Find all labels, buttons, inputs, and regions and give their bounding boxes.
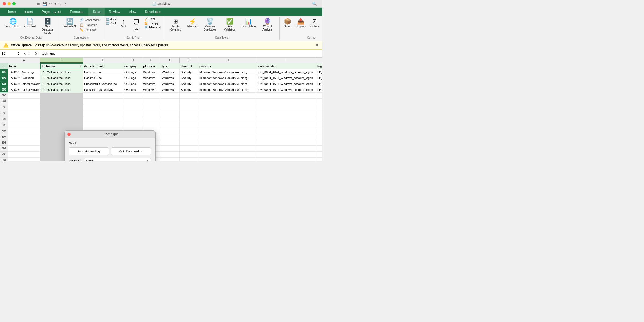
header-type[interactable]: type (161, 63, 180, 69)
cell-j-123[interactable]: LP_0004_windows_audit_logon (316, 81, 322, 87)
cell-b-105[interactable]: T1075: Pass the Hash (40, 69, 83, 75)
row-num-897[interactable]: 897 (0, 134, 8, 140)
tab-insert[interactable]: Insert (20, 8, 38, 16)
what-if-analysis-button[interactable]: 🔮 What-If Analysis (258, 17, 277, 32)
filter-button[interactable]: ⛉ Filter (130, 17, 143, 32)
cell-d-105[interactable]: OS Logs (123, 69, 142, 75)
flash-fill-button[interactable]: ⚡ Flash Fill (186, 17, 200, 29)
cell-b-853[interactable]: T1075: Pass the Hash (40, 87, 83, 93)
properties-button[interactable]: 📋 Properties (79, 23, 101, 27)
from-html-button[interactable]: 🌐 From HTML (4, 17, 22, 29)
cell-h-109[interactable]: Microsoft-Windows-Security-Auditing (198, 75, 257, 81)
row-num-893[interactable]: 893 (0, 110, 8, 116)
refresh-all-button[interactable]: 🔄 Refresh All (62, 17, 78, 29)
row-num-890[interactable]: 890 (0, 93, 8, 99)
from-text-button[interactable]: 📄 From Text (22, 17, 37, 29)
minimize-button[interactable] (8, 2, 11, 5)
edit-links-button[interactable]: ✏️ Edit Links (79, 28, 101, 32)
row-num-894[interactable]: 894 (0, 116, 8, 122)
advanced-button[interactable]: ⚙️ Advanced (143, 25, 161, 29)
cell-a-123[interactable]: TA0008: Lateral Movement (8, 81, 40, 87)
update-close-button[interactable]: ✕ (315, 43, 319, 48)
row-num-1[interactable]: 1 (0, 63, 8, 69)
row-num-109[interactable]: 109 (0, 75, 8, 81)
cell-d-123[interactable]: OS Logs (123, 81, 142, 87)
header-detection-rule[interactable]: detection_rule (83, 63, 123, 69)
popup-close-button[interactable] (67, 133, 71, 136)
col-header-A[interactable]: A (8, 58, 40, 63)
row-num-900[interactable]: 900 (0, 152, 8, 158)
cell-i-853[interactable]: DN_0004_4624_windows_account_logon (257, 87, 316, 93)
cell-h-853[interactable]: Microsoft-Windows-Security-Auditing (198, 87, 257, 93)
sidebar-toggle-icon[interactable]: ⊞ (37, 2, 40, 6)
consolidate-button[interactable]: 📊 Consolidate (240, 17, 257, 29)
tab-review[interactable]: Review (105, 8, 125, 16)
cell-c-105[interactable]: Hacktool Use (83, 69, 123, 75)
cell-d-109[interactable]: OS Logs (123, 75, 142, 81)
row-num-853[interactable]: 853 (0, 87, 8, 93)
confirm-formula-button[interactable]: ✓ (27, 51, 31, 56)
row-num-123[interactable]: 123 (0, 81, 8, 87)
cell-b-109[interactable]: T1075: Pass the Hash (40, 75, 83, 81)
cancel-formula-button[interactable]: ✕ (23, 51, 26, 56)
cell-j-853[interactable]: LP_0004_windows_audit_logon (316, 87, 322, 93)
header-category[interactable]: category (123, 63, 142, 69)
remove-duplicates-button[interactable]: 🗑️ Remove Duplicates (200, 17, 220, 32)
customize-icon[interactable]: ⊿ (64, 2, 67, 6)
header-tactic[interactable]: tactic (8, 63, 40, 69)
cell-i-109[interactable]: DN_0004_4624_windows_account_logon (257, 75, 316, 81)
cell-g-105[interactable]: Security (180, 69, 198, 75)
cell-c-109[interactable]: Hacktool Use (83, 75, 123, 81)
search-button[interactable]: 🔍 (312, 2, 319, 6)
row-num-901[interactable]: 901 (0, 158, 8, 161)
sort-color-dropdown[interactable]: None ⌃ (84, 158, 151, 161)
cell-a-853[interactable]: TA0008: Lateral Movement (8, 87, 40, 93)
cell-h-105[interactable]: Microsoft-Windows-Security-Auditing (198, 69, 257, 75)
cell-e-123[interactable]: Windows (142, 81, 161, 87)
cell-e-105[interactable]: Windows (142, 69, 161, 75)
ascending-sort-button[interactable]: A↓Z Ascending (69, 147, 109, 155)
cell-c-123[interactable]: Successful Overpass the (83, 81, 123, 87)
row-num-899[interactable]: 899 (0, 146, 8, 152)
maximize-button[interactable] (12, 2, 16, 5)
header-logging-policy[interactable]: logging policy (316, 63, 322, 69)
sort-za-button[interactable]: 🔤 Z→A (105, 21, 117, 25)
cell-a-105[interactable]: TA0007: Discovery (8, 69, 40, 75)
col-header-H[interactable]: H (198, 58, 257, 63)
cell-j-109[interactable]: LP_0004_windows_audit_logon (316, 75, 322, 81)
cell-c-853[interactable]: Pass the Hash Activity (83, 87, 123, 93)
undo-icon[interactable]: ↩ (49, 2, 52, 6)
header-platform[interactable]: platform (142, 63, 161, 69)
tab-formulas[interactable]: Formulas (65, 8, 88, 16)
redo-icon[interactable]: ↪ (58, 2, 62, 6)
cell-e-853[interactable]: Windows (142, 87, 161, 93)
clear-button[interactable]: 🧹 Clear (143, 17, 161, 21)
undo-dropdown-icon[interactable]: ▾ (54, 2, 56, 6)
cell-f-105[interactable]: Windows I (161, 69, 180, 75)
descending-sort-button[interactable]: Z↓A Descending (111, 147, 151, 155)
sort-button[interactable]: ↕️ Sort (118, 17, 129, 29)
formula-content[interactable]: technique (39, 52, 322, 55)
cell-f-109[interactable]: Windows I (161, 75, 180, 81)
row-num-898[interactable]: 898 (0, 140, 8, 146)
tab-view[interactable]: View (125, 8, 141, 16)
reapply-button[interactable]: 🔁 Reapply (143, 21, 161, 25)
tab-page-layout[interactable]: Page Layout (37, 8, 65, 16)
header-channel[interactable]: channel (180, 63, 198, 69)
cell-i-123[interactable]: DN_0004_4624_windows_account_logon (257, 81, 316, 87)
cell-e-109[interactable]: Windows (142, 75, 161, 81)
header-data-needed[interactable]: data_needed (257, 63, 316, 69)
filter-dropdown-icon[interactable]: ▼ (80, 65, 82, 68)
col-header-D[interactable]: D (123, 58, 142, 63)
header-technique[interactable]: technique ▼ (40, 63, 83, 69)
sort-az-button[interactable]: 🔤 A→Z (105, 17, 117, 21)
cell-b-123[interactable]: T1075: Pass the Hash (40, 81, 83, 87)
col-header-C[interactable]: C (83, 58, 123, 63)
col-header-G[interactable]: G (180, 58, 198, 63)
row-num-892[interactable]: 892 (0, 104, 8, 110)
text-to-columns-button[interactable]: ⊞ Text to Columns (166, 17, 185, 32)
cell-j-105[interactable]: LP_0004_windows_audit_logon (316, 69, 322, 75)
col-header-F[interactable]: F (161, 58, 180, 63)
col-header-B[interactable]: B (40, 58, 83, 63)
cell-a-109[interactable]: TA0002: Execution (8, 75, 40, 81)
